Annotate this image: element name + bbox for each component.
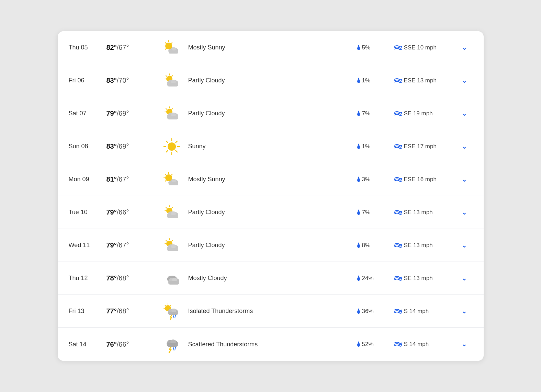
row-date: Wed 11 <box>69 242 106 249</box>
expand-button[interactable]: ⌄ <box>456 308 473 315</box>
row-temp: 82°/67° <box>106 44 158 51</box>
expand-button[interactable]: ⌄ <box>456 341 473 348</box>
svg-line-39 <box>166 150 168 152</box>
wind-value: S 14 mph <box>404 341 429 348</box>
svg-line-50 <box>165 180 166 181</box>
svg-line-83 <box>170 305 171 306</box>
expand-button[interactable]: ⌄ <box>456 275 473 282</box>
weather-row[interactable]: Mon 09 81°/67° Mostly Sunny 3% <box>58 163 484 196</box>
svg-line-14 <box>166 76 167 77</box>
svg-line-65 <box>172 240 173 241</box>
svg-line-25 <box>172 108 173 109</box>
weather-row[interactable]: Wed 11 79°/67° Partly Cloudy 8% <box>58 229 484 262</box>
weather-icon-container <box>158 269 185 288</box>
svg-line-38 <box>176 141 177 143</box>
wind-column: ESE 17 mph <box>394 143 456 150</box>
svg-rect-60 <box>167 215 178 218</box>
svg-point-3 <box>172 47 176 51</box>
weather-description: Scattered Thunderstorms <box>185 341 357 348</box>
wind-value: SE 19 mph <box>404 110 433 117</box>
temp-low: /67° <box>117 175 129 183</box>
weather-icon-container <box>158 38 185 57</box>
row-temp: 79°/66° <box>106 208 158 216</box>
weather-description: Partly Cloudy <box>185 209 357 216</box>
expand-button[interactable]: ⌄ <box>456 77 473 84</box>
wind-column: S 14 mph <box>394 341 456 348</box>
svg-line-49 <box>171 174 172 175</box>
svg-line-10 <box>165 48 166 49</box>
precip-column: 5% <box>357 44 394 51</box>
weather-card: Thu 05 82°/67° Mostly Sunny 5% <box>58 31 484 361</box>
svg-line-48 <box>165 174 166 175</box>
temp-low: /67° <box>117 44 129 51</box>
weather-icon-container <box>158 335 185 354</box>
weather-row[interactable]: Thu 12 78°/68° Mostly Cloudy 24% SE 13 m… <box>58 262 484 295</box>
row-date: Fri 13 <box>69 308 106 315</box>
svg-point-31 <box>168 142 176 151</box>
chevron-down-icon: ⌄ <box>462 308 467 315</box>
precip-value: 1% <box>362 77 371 84</box>
weather-row[interactable]: Sun 08 83°/69° Sunny 1% <box>58 130 484 163</box>
weather-row[interactable]: Sat 14 76°/66° Scattered Thunderstorms 5… <box>58 328 484 361</box>
precip-column: 1% <box>357 77 394 84</box>
precip-value: 24% <box>362 275 374 282</box>
svg-line-54 <box>166 207 167 208</box>
precip-column: 3% <box>357 176 394 183</box>
expand-button[interactable]: ⌄ <box>456 143 473 150</box>
row-temp: 78°/68° <box>106 274 158 282</box>
svg-line-82 <box>165 305 166 306</box>
svg-rect-4 <box>169 50 178 54</box>
precip-value: 1% <box>362 143 371 150</box>
expand-button[interactable]: ⌄ <box>456 44 473 51</box>
wind-column: SE 19 mph <box>394 110 456 117</box>
wind-value: SE 13 mph <box>404 275 433 282</box>
weather-description: Partly Cloudy <box>185 110 357 117</box>
svg-rect-30 <box>167 116 178 119</box>
row-temp: 79°/69° <box>106 109 158 117</box>
precip-column: 1% <box>357 143 394 150</box>
svg-line-89 <box>173 315 174 318</box>
chevron-down-icon: ⌄ <box>462 242 467 249</box>
expand-button[interactable]: ⌄ <box>456 209 473 216</box>
row-temp: 79°/67° <box>106 241 158 249</box>
svg-rect-95 <box>167 343 178 347</box>
temp-low: /68° <box>117 307 129 315</box>
chevron-down-icon: ⌄ <box>462 110 467 117</box>
weather-row[interactable]: Fri 13 77°/68° Isolated Thunderstorms <box>58 295 484 328</box>
weather-row[interactable]: Tue 10 79°/66° Partly Cloudy 7% <box>58 196 484 229</box>
precip-column: 7% <box>357 110 394 117</box>
row-date: Fri 06 <box>69 77 106 84</box>
chevron-down-icon: ⌄ <box>462 209 467 216</box>
temp-high: 82° <box>106 44 117 51</box>
weather-row[interactable]: Thu 05 82°/67° Mostly Sunny 5% <box>58 31 484 64</box>
row-temp: 76°/66° <box>106 341 158 348</box>
weather-description: Sunny <box>185 143 357 150</box>
row-date: Sat 07 <box>69 110 106 117</box>
precip-value: 7% <box>362 110 371 117</box>
chevron-down-icon: ⌄ <box>462 341 467 348</box>
row-date: Thu 05 <box>69 44 106 51</box>
temp-low: /68° <box>117 274 129 282</box>
weather-description: Isolated Thunderstorms <box>185 308 357 315</box>
expand-button[interactable]: ⌄ <box>456 176 473 183</box>
weather-icon-container <box>158 302 185 321</box>
temp-high: 77° <box>106 307 117 315</box>
precip-column: 24% <box>357 275 394 282</box>
wind-column: SSE 10 mph <box>394 44 456 51</box>
svg-rect-20 <box>167 83 178 87</box>
chevron-down-icon: ⌄ <box>462 176 467 183</box>
wind-column: ESE 13 mph <box>394 77 456 84</box>
expand-button[interactable]: ⌄ <box>456 242 473 249</box>
svg-rect-70 <box>167 248 178 251</box>
weather-row[interactable]: Fri 06 83°/70° Partly Cloudy 1% <box>58 64 484 97</box>
wind-column: SE 13 mph <box>394 242 456 249</box>
expand-button[interactable]: ⌄ <box>456 110 473 117</box>
temp-low: /66° <box>117 208 129 216</box>
temp-high: 81° <box>106 175 117 183</box>
wind-column: SE 13 mph <box>394 275 456 282</box>
precip-column: 7% <box>357 209 394 216</box>
weather-row[interactable]: Sat 07 79°/69° Partly Cloudy 7% <box>58 97 484 130</box>
wind-value: SE 13 mph <box>404 209 433 216</box>
svg-point-43 <box>172 179 176 183</box>
weather-icon-container <box>158 104 185 123</box>
